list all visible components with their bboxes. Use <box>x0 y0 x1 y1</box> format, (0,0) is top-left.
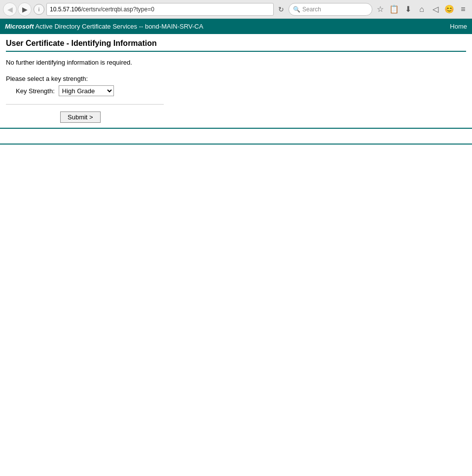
address-bar[interactable]: 10.5.57.106/certsrv/certrqbi.asp?type=0 <box>46 3 274 16</box>
main-content: User Certificate - Identifying Informati… <box>0 34 472 129</box>
back-icon: ◀ <box>7 5 13 13</box>
submit-button[interactable]: Submit > <box>60 111 101 123</box>
nav-buttons: ◀ ▶ <box>3 2 32 16</box>
key-strength-heading: Please select a key strength: <box>6 75 466 82</box>
key-strength-row: Key Strength: High Grade Medium Grade Lo… <box>16 85 466 96</box>
page-content: Microsoft Active Directory Certificate S… <box>0 19 472 476</box>
bookmarks-icon[interactable]: 📋 <box>388 3 400 15</box>
info-message: No further identifying information is re… <box>6 59 466 66</box>
key-strength-select[interactable]: High Grade Medium Grade Low Grade <box>59 85 114 96</box>
search-placeholder: Search <box>302 6 321 13</box>
download-icon[interactable]: ⬇ <box>402 3 414 15</box>
emoji-icon[interactable]: 😊 <box>443 3 455 15</box>
header-title-text: Active Directory Certificate Services --… <box>35 23 203 30</box>
address-path: /certsrv/certrqbi.asp?type=0 <box>81 6 154 13</box>
bookmark-icon[interactable]: ☆ <box>374 3 386 15</box>
forward-button[interactable]: ▶ <box>18 2 32 16</box>
toolbar-icons: ☆ 📋 ⬇ ⌂ ◁ 😊 ≡ <box>374 3 469 15</box>
header-brand-title: Microsoft Active Directory Certificate S… <box>5 23 203 30</box>
forward-icon: ▶ <box>22 5 28 13</box>
key-strength-section: Please select a key strength: Key Streng… <box>6 75 466 96</box>
back-button[interactable]: ◀ <box>3 2 17 16</box>
reload-icon: ↻ <box>278 5 284 13</box>
form-divider <box>6 104 164 105</box>
browser-window: ◀ ▶ i 10.5.57.106/certsrv/certrqbi.asp?t… <box>0 0 472 476</box>
info-icon: i <box>38 6 39 12</box>
key-strength-label: Key Strength: <box>16 87 55 95</box>
address-base: 10.5.57.106 <box>50 6 81 13</box>
brand-name: Microsoft <box>5 23 34 30</box>
navigate-icon[interactable]: ◁ <box>430 3 441 15</box>
reload-button[interactable]: ↻ <box>276 4 287 15</box>
home-icon[interactable]: ⌂ <box>416 3 428 15</box>
header-bar: Microsoft Active Directory Certificate S… <box>0 19 472 34</box>
browser-toolbar: ◀ ▶ i 10.5.57.106/certsrv/certrqbi.asp?t… <box>0 0 472 19</box>
search-bar[interactable]: 🔍 Search <box>289 3 372 16</box>
home-link[interactable]: Home <box>450 23 467 30</box>
menu-icon[interactable]: ≡ <box>457 3 469 15</box>
page-title: User Certificate - Identifying Informati… <box>6 39 466 52</box>
info-button[interactable]: i <box>34 4 44 15</box>
bottom-divider <box>0 144 472 145</box>
search-icon: 🔍 <box>293 6 300 13</box>
